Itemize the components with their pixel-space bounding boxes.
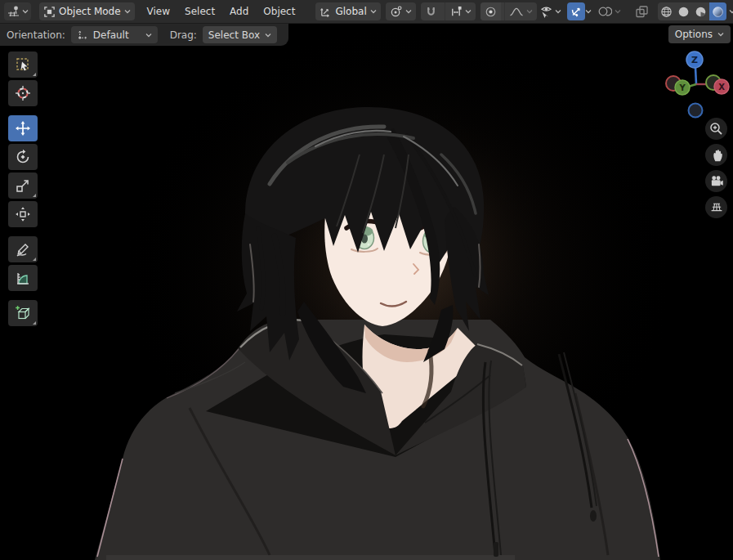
shading-wireframe[interactable] — [658, 2, 675, 20]
shading-dropdown[interactable] — [729, 9, 733, 14]
tool-cursor[interactable] — [8, 80, 38, 106]
chevron-down-icon — [370, 9, 377, 14]
snap-settings-dropdown[interactable] — [445, 2, 476, 20]
chevron-down-icon — [145, 33, 152, 38]
overlays-dropdown[interactable] — [615, 9, 621, 14]
chevron-down-icon — [265, 33, 271, 38]
subtool-corner-mark — [33, 194, 36, 197]
zoom-button[interactable] — [705, 118, 727, 140]
wireframe-sphere-icon — [660, 6, 673, 18]
menu-view[interactable]: View — [140, 3, 177, 20]
tool-transform[interactable] — [8, 201, 38, 227]
toggle-orthographic-button[interactable] — [705, 196, 727, 218]
menu-object[interactable]: Object — [256, 3, 302, 20]
orientation-label: Orientation: — [7, 29, 65, 41]
tool-settings-bar: Orientation: Default Drag: Select Box — [0, 24, 733, 46]
object-type-visibility-dropdown[interactable] — [537, 2, 564, 20]
3d-viewport[interactable]: Y X Z — [0, 24, 733, 560]
snapping-group — [421, 2, 476, 20]
chevron-down-icon — [405, 9, 412, 14]
tool-scale[interactable] — [8, 172, 38, 199]
options-dropdown[interactable]: Options — [668, 25, 731, 43]
proportional-editing-group — [480, 2, 537, 20]
navigation-gizmo[interactable]: Y X Z — [662, 48, 731, 120]
annotate-pencil-icon — [15, 241, 31, 258]
subtool-corner-mark — [33, 321, 36, 325]
pivot-point-dropdown[interactable] — [386, 2, 416, 20]
snap-increment-icon — [449, 6, 463, 18]
drag-label: Drag: — [170, 29, 197, 41]
pivot-point-icon — [390, 6, 402, 18]
snap-toggle[interactable] — [421, 2, 441, 20]
tool-add-cube[interactable] — [8, 300, 38, 326]
chevron-down-icon — [124, 9, 131, 14]
camera-view-button[interactable] — [705, 170, 727, 192]
overlays-icon — [597, 5, 612, 18]
chevron-down-icon — [717, 32, 724, 37]
options-label: Options — [675, 29, 713, 40]
gizmo-x-label: X — [718, 83, 725, 92]
tool-move[interactable] — [8, 115, 38, 141]
add-cube-icon — [15, 305, 31, 321]
shading-mode-group — [658, 2, 726, 20]
shading-rendered[interactable] — [709, 2, 726, 20]
perspective-grid-icon — [709, 201, 724, 214]
proportional-falloff-dropdown[interactable] — [504, 2, 537, 20]
subtool-corner-mark — [33, 258, 36, 261]
character-object[interactable] — [0, 24, 733, 560]
object-mode-icon — [43, 6, 56, 18]
shading-material-preview[interactable] — [692, 2, 709, 20]
shading-solid[interactable] — [675, 2, 692, 20]
visibility-eye-pointer-icon — [539, 5, 553, 19]
tool-select-box[interactable] — [8, 52, 38, 78]
menu-select[interactable]: Select — [177, 3, 222, 20]
falloff-curve-icon — [509, 6, 524, 18]
camera-icon — [709, 174, 724, 188]
subtool-corner-mark — [33, 73, 36, 76]
proportional-editing-icon — [485, 6, 497, 18]
select-box-icon — [16, 57, 31, 73]
menu-add[interactable]: Add — [222, 3, 256, 20]
chevron-down-icon — [22, 9, 29, 14]
gizmo-z-label: Z — [691, 55, 698, 65]
measure-icon — [15, 270, 31, 286]
orientation-default-dropdown[interactable]: Default — [71, 26, 158, 43]
scale-icon — [15, 177, 31, 194]
rendered-sphere-icon — [712, 6, 724, 18]
magnifier-plus-icon — [709, 122, 723, 136]
orientation-global-icon — [320, 6, 332, 18]
tool-settings-cluster: Orientation: Default Drag: Select Box — [0, 24, 288, 46]
gizmo-dropdown[interactable] — [585, 9, 592, 14]
chevron-down-icon — [465, 9, 472, 14]
drag-mode-dropdown[interactable]: Select Box — [203, 26, 277, 43]
orientation-value-label: Default — [93, 29, 129, 41]
gizmo-axis-neg-z[interactable] — [689, 104, 703, 118]
xray-toggle[interactable] — [632, 2, 651, 20]
chevron-down-icon — [526, 9, 533, 14]
gizmo-icon — [570, 5, 583, 18]
editor-type-button[interactable] — [4, 2, 31, 20]
viewport-nav-buttons — [705, 118, 727, 218]
transform-icon — [15, 206, 31, 222]
mode-label: Object Mode — [59, 6, 121, 17]
tool-rotate[interactable] — [8, 144, 38, 170]
blender-window: Object Mode View Select Add Object Globa… — [0, 0, 733, 560]
show-gizmo-toggle[interactable] — [567, 2, 585, 20]
viewport-header: Object Mode View Select Add Object Globa… — [0, 0, 733, 24]
orientation-default-icon — [77, 29, 88, 41]
show-overlays-toggle[interactable] — [595, 2, 615, 20]
transform-orientation-dropdown[interactable]: Global — [315, 2, 380, 20]
drag-value-label: Select Box — [208, 29, 260, 41]
magnet-icon — [425, 6, 437, 18]
tool-annotate[interactable] — [8, 236, 38, 262]
mode-dropdown[interactable]: Object Mode — [39, 2, 135, 20]
tool-measure[interactable] — [8, 265, 38, 291]
proportional-editing-toggle[interactable] — [480, 2, 501, 20]
xray-icon — [635, 5, 649, 19]
pan-button[interactable] — [705, 144, 727, 166]
chevron-down-icon — [555, 9, 561, 14]
toolbar — [8, 52, 38, 329]
move-icon — [15, 120, 31, 137]
orientation-value: Global — [335, 6, 366, 17]
gizmo-y-label: Y — [678, 83, 686, 92]
